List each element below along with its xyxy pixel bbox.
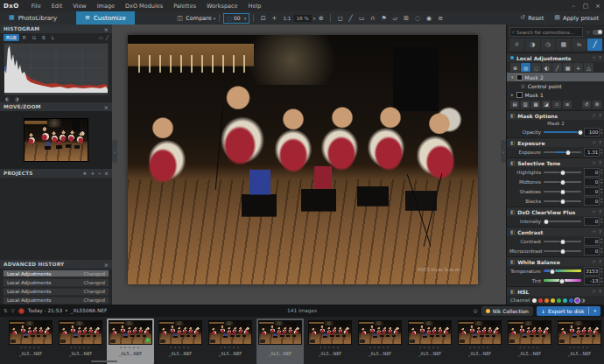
history-row[interactable]: Local AdjustmentsChanged: [3, 270, 109, 277]
opacity-value[interactable]: 100: [584, 128, 600, 136]
corrections-toggle[interactable]: [593, 30, 602, 35]
star-rating[interactable]: •••••: [20, 345, 42, 351]
mask-op-show-icon[interactable]: ▦: [531, 101, 540, 108]
exposure-header[interactable]: ◧Exposure ☆?: [507, 138, 604, 147]
favorites-star-icon[interactable]: ☆: [586, 30, 590, 35]
star-rating[interactable]: •••••: [419, 345, 441, 351]
nik-collection-button[interactable]: Nik Collection: [481, 306, 533, 316]
microcontrast-slider[interactable]: [544, 250, 581, 252]
white-balance-header[interactable]: ◧White Balance ☆?: [507, 257, 604, 266]
filmstrip-thumbnail-current[interactable]: ✓•••••_XL5...NEF: [107, 318, 154, 364]
tab-customize[interactable]: ≡ Customize: [76, 11, 135, 24]
filmstrip-thumbnail-selected[interactable]: •••••_XL5...NEF: [256, 318, 304, 364]
zoom-1to1-button[interactable]: 1:1: [280, 16, 294, 21]
channel-r[interactable]: R: [20, 34, 29, 41]
export-dropdown-icon[interactable]: ▾: [593, 308, 596, 313]
menu-help[interactable]: Help: [243, 3, 267, 10]
zoom-in-icon[interactable]: +: [269, 15, 280, 22]
palette-star-icon[interactable]: ☆: [592, 55, 596, 60]
tab-effects[interactable]: fx: [572, 38, 586, 51]
flag-tool-icon[interactable]: ⚑: [378, 15, 390, 22]
grid-tool-icon[interactable]: ⊞: [401, 15, 412, 22]
split-view-icon[interactable]: ≡: [435, 15, 446, 22]
star-rating[interactable]: •••••: [70, 345, 92, 351]
filmstrip-thumbnail[interactable]: •••••_XL5...NEF: [356, 318, 404, 364]
filmstrip-thumbnail[interactable]: •••••_XL5...NEF: [556, 318, 603, 364]
projects-close-icon[interactable]: ×: [104, 171, 109, 176]
hsl-channel-cyan[interactable]: [563, 298, 567, 303]
funnel-icon[interactable]: ◎: [474, 308, 478, 313]
tool-eraser-icon[interactable]: △: [584, 63, 593, 72]
horizon-tool-icon[interactable]: ∩: [368, 15, 378, 22]
tab-color[interactable]: ◑: [525, 38, 540, 51]
repair-tool-icon[interactable]: ▭: [355, 15, 368, 22]
compare-dropdown-icon[interactable]: ▾: [214, 16, 216, 21]
hsl-channel-blue[interactable]: [569, 298, 573, 303]
undo-icon[interactable]: ↺: [582, 101, 591, 108]
history-row[interactable]: Local AdjustmentsChanged: [3, 288, 109, 296]
star-rating[interactable]: •••••: [220, 345, 242, 351]
movezoom-header[interactable]: MOVE/ZOOM ×: [0, 102, 112, 111]
menu-image[interactable]: Image: [92, 3, 120, 10]
intensity-slider[interactable]: [544, 220, 581, 222]
history-row[interactable]: Local AdjustmentsChanged: [3, 297, 109, 304]
tint-slider[interactable]: [544, 279, 581, 282]
hsl-channel-all-icon[interactable]: ◑: [581, 298, 586, 303]
clearview-header[interactable]: ◧DxO ClearView Plus ☆?: [507, 207, 604, 216]
menu-workspace[interactable]: Workspace: [201, 3, 243, 10]
contrast-header[interactable]: ◧Contrast ☆?: [507, 228, 604, 236]
mask-op-hide-icon[interactable]: ▫: [552, 101, 561, 108]
hsl-header[interactable]: ◧HSL ☆?: [507, 287, 604, 296]
highlights-slider[interactable]: [544, 172, 581, 173]
tab-photolibrary[interactable]: ▦ PhotoLibrary: [0, 11, 66, 24]
tool-control-line-icon[interactable]: ◌: [531, 63, 541, 72]
menu-palettes[interactable]: Palettes: [168, 3, 201, 10]
projects-remove-icon[interactable]: –: [98, 171, 101, 176]
help-icon[interactable]: ?: [599, 55, 601, 60]
projects-header[interactable]: PROJECTS ∗ + – ×: [0, 169, 112, 178]
selective-tone-header[interactable]: ◧Selective Tone ☆?: [507, 158, 604, 167]
reset-button[interactable]: ↺ Reset: [515, 11, 549, 24]
pipette-tool-icon[interactable]: ╱: [346, 15, 355, 22]
main-photo[interactable]: FOTO Klaas Sulk.de: [128, 35, 478, 284]
filmstrip-thumbnail[interactable]: •••••_XL5...NEF: [456, 318, 503, 364]
hsl-channel-red[interactable]: [538, 298, 543, 303]
hsl-channel-orange[interactable]: [544, 298, 549, 303]
crop-tool-icon[interactable]: ◻: [334, 15, 346, 22]
tab-detail[interactable]: ◷: [541, 38, 556, 51]
projects-add-icon[interactable]: +: [90, 171, 95, 176]
filmstrip-thumbnail[interactable]: •••••_XL5...NEF: [506, 318, 553, 364]
blacks-slider[interactable]: [544, 200, 581, 202]
monitor-icon[interactable]: ▭: [98, 35, 102, 40]
temperature-slider[interactable]: [544, 270, 581, 272]
mask-op-invert-icon[interactable]: ▥: [521, 101, 530, 108]
tab-geometry[interactable]: ▦: [556, 38, 571, 51]
clone-tool-icon[interactable]: ◌: [411, 15, 423, 22]
mask-op-duplicate-icon[interactable]: ▤: [510, 101, 519, 108]
tab-light[interactable]: ☼: [509, 38, 524, 51]
search-corrections-input[interactable]: ⌕: [509, 27, 583, 37]
image-canvas[interactable]: FOTO Klaas Sulk.de ‹ ›: [112, 24, 506, 304]
mask-options-header[interactable]: ◧ Mask Options ☆?: [507, 111, 604, 120]
opacity-slider[interactable]: [544, 131, 581, 133]
channel-rgb[interactable]: RGB: [4, 34, 19, 41]
overlay-selector[interactable]: ▢ 00 ▾: [223, 13, 249, 24]
collapse-caret-icon[interactable]: ▾: [511, 74, 514, 80]
page-tool-icon[interactable]: ▱: [390, 15, 400, 22]
hsl-channel-green[interactable]: [557, 298, 561, 303]
apply-preset-button[interactable]: ▤ Apply preset: [549, 11, 604, 24]
filmstrip-thumbnail[interactable]: •••••_XL5...NEF: [7, 318, 54, 364]
contrast-slider[interactable]: [544, 241, 581, 242]
magnifier-icon[interactable]: ⊕: [315, 15, 327, 22]
projects-sort-icon[interactable]: ∗: [83, 171, 88, 176]
zoom-level-value[interactable]: 16 %: [294, 15, 312, 22]
advanced-history-header[interactable]: ADVANCED HISTORY ×: [0, 260, 112, 269]
trash-icon[interactable]: ⊗: [593, 101, 601, 108]
filmstrip-thumbnail[interactable]: •••••_XL5...NEF: [207, 318, 254, 364]
left-panel-collapse-handle[interactable]: ‹: [112, 140, 117, 163]
exposure-value[interactable]: 1.31: [584, 148, 600, 157]
maximize-button[interactable]: ▢: [579, 3, 592, 10]
star-rating[interactable]: •••••: [270, 345, 291, 351]
mask-op-overlay-icon[interactable]: ◪: [542, 101, 551, 108]
menu-view[interactable]: View: [67, 3, 91, 10]
